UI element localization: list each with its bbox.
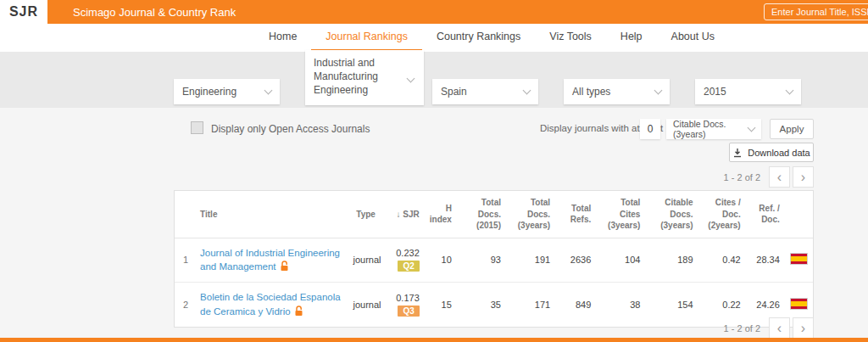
nav-item-about-us[interactable]: About Us [657,24,729,52]
table-row: 2 Boletin de la Sociedad Espanola de Cer… [175,283,813,327]
h-index-value: 15 [425,283,457,327]
type-dropdown[interactable]: All types [564,79,670,104]
column-citable-docs-3years[interactable]: Citable Docs. (3years) [645,191,698,238]
next-page-button[interactable]: › [793,166,814,188]
main-nav: Home Journal Rankings Country Rankings V… [0,24,868,52]
footer-accent-bar [0,338,868,342]
type-value: All types [572,86,610,98]
total-cites-3years-value: 104 [596,238,645,283]
sjr-value: 0.232 [389,248,420,258]
column-h-index[interactable]: H index [425,191,457,238]
column-type[interactable]: Type [348,191,384,238]
open-access-icon [280,261,289,272]
download-data-button[interactable]: Download data [729,143,814,162]
total-docs-year-value: 35 [457,283,506,327]
column-ref-per-doc[interactable]: Ref. / Doc. [746,191,785,238]
chevron-right-icon: › [801,171,805,184]
download-data-label: Download data [748,148,810,158]
row-number: 1 [175,238,195,283]
journal-title-link[interactable]: Journal of Industrial Engineering and Ma… [200,248,340,272]
prev-page-button[interactable]: ‹ [769,317,790,339]
pagination-top: 1 - 2 of 2 ‹ › [724,166,814,188]
citable-docs-3years-value: 154 [645,283,698,327]
country-dropdown[interactable]: Spain [432,79,538,104]
top-header: SJR Scimago Journal & Country Rank [0,0,868,24]
next-page-button[interactable]: › [793,317,814,339]
total-refs-value: 849 [555,283,596,327]
column-country-flag [785,191,813,238]
quartile-badge: Q2 [398,261,419,272]
site-title: Scimago Journal & Country Rank [73,0,236,24]
journal-title-link[interactable]: Boletin de la Sociedad Espanola de Ceram… [200,292,341,317]
quartile-badge: Q3 [398,306,419,317]
nav-item-country-rankings[interactable]: Country Rankings [422,24,535,52]
chevron-down-icon [264,86,273,94]
column-sjr-sorted[interactable]: ↓ SJR [384,191,425,238]
chevron-down-icon [407,75,415,83]
nav-item-help[interactable]: Help [606,24,657,52]
subject-area-dropdown[interactable]: Engineering [174,79,280,104]
column-total-docs-3years[interactable]: Total Docs. (3years) [506,191,555,238]
chevron-down-icon [654,86,663,94]
nav-item-home[interactable]: Home [254,24,311,52]
journal-type: journal [348,238,384,283]
total-docs-3years-value: 191 [506,238,555,283]
open-access-checkbox[interactable] [191,121,203,134]
h-index-value: 10 [425,238,457,283]
chevron-down-icon [523,86,531,94]
sjr-value-cell: 0.232 Q2 [384,238,425,283]
column-title[interactable]: Title [195,191,348,238]
column-total-refs[interactable]: Total Refs. [555,191,596,238]
spain-flag-icon [790,298,808,310]
pagination-bottom: 1 - 2 of 2 ‹ › [724,317,814,339]
table-row: 1 Journal of Industrial Engineering and … [175,238,813,283]
chevron-right-icon: › [801,322,805,335]
column-total-docs-year[interactable]: Total Docs. (2015) [457,191,506,238]
subject-category-value: Industrial and Manufacturing Engineering [314,56,400,98]
chevron-down-icon [748,123,756,132]
nav-item-journal-rankings[interactable]: Journal Rankings [311,24,422,52]
pagination-range-label: 1 - 2 of 2 [724,323,760,334]
min-docs-metric-dropdown[interactable]: Citable Docs. (3years) [666,119,761,139]
column-cites-per-doc[interactable]: Cites / Doc. (2years) [698,191,746,238]
country-value: Spain [441,86,467,98]
year-dropdown[interactable]: 2015 [695,79,801,104]
open-access-icon [294,306,303,317]
column-total-cites-3years[interactable]: Total Cites (3years) [596,191,645,238]
download-icon [732,148,743,158]
open-access-label: Display only Open Access Journals [211,123,370,135]
cites-per-doc-value: 0.42 [698,238,746,283]
chevron-left-icon: ‹ [777,322,782,335]
total-docs-3years-value: 171 [506,283,555,327]
prev-page-button[interactable]: ‹ [769,166,790,188]
chevron-left-icon: ‹ [777,171,782,184]
journal-search-input[interactable] [764,3,868,20]
pagination-range-label: 1 - 2 of 2 [724,172,760,182]
year-value: 2015 [704,86,726,98]
subject-category-dropdown[interactable]: Industrial and Manufacturing Engineering [305,50,424,105]
sjr-value-cell: 0.173 Q3 [384,283,425,327]
spain-flag-icon [790,253,808,265]
min-docs-metric-value: Citable Docs. (3years) [673,119,748,139]
journal-type: journal [348,283,384,327]
apply-button[interactable]: Apply [770,119,814,139]
ref-per-doc-value: 28.34 [746,238,785,283]
column-row-number [175,191,195,238]
total-refs-value: 2636 [555,238,596,283]
total-docs-year-value: 93 [457,238,506,283]
citable-docs-3years-value: 189 [645,238,698,283]
sjr-logo[interactable]: SJR [0,0,47,24]
journal-rankings-table: Title Type ↓ SJR H index Total Docs. (20… [174,190,814,328]
table-header-row: Title Type ↓ SJR H index Total Docs. (20… [175,191,813,238]
controls-row: Display only Open Access Journals Displa… [0,118,868,140]
sjr-value: 0.173 [389,293,420,303]
subject-area-value: Engineering [182,86,236,98]
min-docs-input[interactable] [640,119,660,139]
row-number: 2 [175,283,195,327]
total-cites-3years-value: 38 [596,283,645,327]
nav-item-viz-tools[interactable]: Viz Tools [535,24,606,52]
chevron-down-icon [786,86,794,94]
